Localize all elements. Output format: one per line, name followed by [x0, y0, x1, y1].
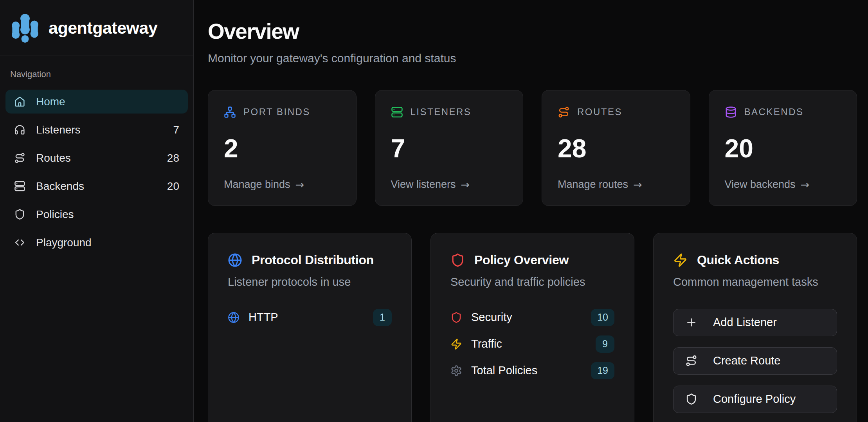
shield-icon	[450, 253, 465, 267]
shield-icon	[685, 393, 697, 405]
stat-value: 28	[558, 135, 674, 161]
sidebar-item-count: 7	[173, 124, 179, 136]
sidebar-item-count: 28	[167, 152, 179, 164]
sidebar-item-routes[interactable]: Routes 28	[5, 146, 188, 170]
gear-icon	[450, 365, 462, 377]
policy-row-security: Security 10	[450, 309, 614, 326]
sidebar-item-backends[interactable]: Backends 20	[5, 174, 188, 198]
brand-name: agentgateway	[49, 18, 157, 38]
server-icon	[14, 180, 25, 192]
arrow-right-icon: →	[461, 179, 470, 191]
panel-subtitle: Security and traffic policies	[450, 276, 614, 289]
count-badge: 10	[591, 309, 614, 326]
arrow-right-icon: →	[633, 179, 642, 191]
shield-icon	[450, 312, 462, 323]
sidebar-item-listeners[interactable]: Listeners 7	[5, 118, 188, 142]
stat-label: LISTENERS	[411, 106, 472, 117]
sidebar-item-label: Backends	[36, 180, 167, 193]
sidebar-item-policies[interactable]: Policies	[5, 202, 188, 226]
view-listeners-link[interactable]: View listeners→	[391, 179, 508, 191]
row-label: Total Policies	[471, 364, 591, 377]
stat-label: ROUTES	[577, 106, 622, 117]
headphones-icon	[14, 124, 25, 135]
sidebar-item-label: Routes	[36, 152, 167, 164]
route-icon	[685, 355, 697, 367]
stat-value: 7	[391, 135, 508, 161]
protocol-distribution-card: Protocol Distribution Listener protocols…	[208, 233, 412, 422]
row-label: Security	[471, 311, 591, 324]
view-backends-link[interactable]: View backends→	[725, 179, 841, 191]
manage-binds-link[interactable]: Manage binds→	[224, 179, 340, 191]
globe-icon	[228, 312, 240, 323]
stat-value: 20	[725, 135, 841, 161]
sidebar-item-label: Listeners	[36, 124, 173, 136]
route-icon	[14, 152, 25, 164]
database-icon	[725, 106, 737, 118]
configure-policy-button[interactable]: Configure Policy	[673, 386, 837, 413]
zap-icon	[673, 253, 688, 267]
sidebar-item-count: 20	[167, 180, 179, 193]
brand: agentgateway	[0, 0, 193, 56]
panel-subtitle: Listener protocols in use	[228, 276, 392, 289]
stat-value: 2	[224, 135, 340, 161]
nav-list: Home Listeners 7 Routes 28 B	[5, 90, 188, 254]
protocol-row-http: HTTP 1	[228, 309, 392, 326]
sidebar-item-playground[interactable]: Playground	[5, 231, 188, 254]
add-listener-button[interactable]: Add Listener	[673, 309, 837, 336]
stat-card-backends: BACKENDS 20 View backends→	[709, 90, 857, 206]
code-icon	[14, 237, 25, 248]
manage-routes-link[interactable]: Manage routes→	[558, 179, 674, 191]
plus-icon	[685, 316, 697, 328]
zap-icon	[450, 338, 462, 350]
stat-card-port-binds: PORT BINDS 2 Manage binds→	[208, 90, 357, 206]
arrow-right-icon: →	[295, 179, 304, 191]
page-title: Overview	[208, 20, 857, 43]
count-badge: 19	[591, 362, 614, 379]
create-route-button[interactable]: Create Route	[673, 347, 837, 375]
count-badge: 9	[596, 335, 614, 353]
nav-section: Navigation Home Listeners 7 Routes	[0, 56, 193, 268]
policy-row-total: Total Policies 19	[450, 362, 614, 379]
stats-row: PORT BINDS 2 Manage binds→ LISTENERS 7 V…	[208, 90, 857, 206]
page-subtitle: Monitor your gateway's configuration and…	[208, 52, 857, 65]
main-content: Overview Monitor your gateway's configur…	[194, 0, 868, 422]
stat-card-listeners: LISTENERS 7 View listeners→	[375, 90, 524, 206]
sidebar-item-label: Home	[36, 96, 179, 108]
sidebar: agentgateway Navigation Home Listeners 7	[0, 0, 194, 422]
panel-title: Protocol Distribution	[252, 253, 374, 267]
stat-label: PORT BINDS	[243, 106, 310, 117]
sidebar-item-label: Policies	[36, 208, 179, 221]
panels-row: Protocol Distribution Listener protocols…	[208, 233, 857, 422]
route-icon	[558, 106, 570, 118]
shield-icon	[14, 209, 25, 220]
stat-label: BACKENDS	[744, 106, 804, 117]
policy-row-traffic: Traffic 9	[450, 335, 614, 353]
policy-overview-card: Policy Overview Security and traffic pol…	[430, 233, 634, 422]
sidebar-item-home[interactable]: Home	[5, 90, 188, 114]
home-icon	[14, 96, 25, 107]
quick-actions-card: Quick Actions Common management tasks Ad…	[653, 233, 857, 422]
panel-subtitle: Common management tasks	[673, 276, 837, 289]
row-label: Traffic	[471, 337, 596, 350]
arrow-right-icon: →	[801, 179, 810, 191]
panel-title: Quick Actions	[697, 253, 779, 267]
network-icon	[224, 106, 236, 118]
panel-title: Policy Overview	[474, 253, 569, 267]
stat-card-routes: ROUTES 28 Manage routes→	[542, 90, 690, 206]
nav-section-label: Navigation	[10, 69, 183, 79]
count-badge: 1	[373, 309, 392, 326]
globe-icon	[228, 253, 242, 267]
agentgateway-logo-icon	[10, 12, 40, 44]
server-icon	[391, 106, 403, 118]
row-label: HTTP	[249, 311, 373, 324]
sidebar-item-label: Playground	[36, 236, 179, 249]
